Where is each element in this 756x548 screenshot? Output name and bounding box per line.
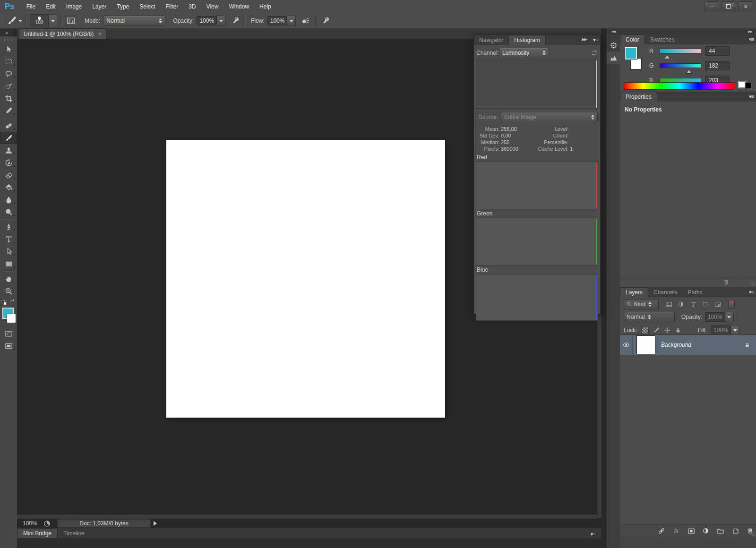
background-color-swatch[interactable] (630, 58, 642, 69)
airbrush-toggle-button[interactable] (300, 15, 312, 26)
panel-menu-icon[interactable]: ▾≡ (749, 94, 754, 100)
filtering-toggle-switch[interactable] (729, 300, 735, 308)
red-slider[interactable] (660, 49, 701, 53)
menu-3d[interactable]: 3D (183, 0, 201, 13)
filter-shape-layers-button[interactable] (700, 300, 711, 309)
menu-edit[interactable]: Edit (41, 0, 61, 13)
close-button[interactable]: × (738, 1, 753, 11)
lock-image-pixels-icon[interactable] (653, 327, 660, 334)
quick-mask-button[interactable] (0, 327, 17, 340)
tablet-pressure-size-button[interactable] (319, 15, 332, 26)
menu-image[interactable]: Image (61, 0, 87, 13)
opacity-caret[interactable] (217, 16, 225, 26)
flow-control[interactable]: 100% (267, 16, 296, 26)
opacity-control[interactable]: 100% (197, 16, 225, 26)
tool-rectangle-shape[interactable] (0, 257, 17, 270)
green-value-field[interactable]: 182 (705, 61, 730, 70)
layer-filter-dropdown[interactable]: Kind (624, 299, 659, 309)
restore-button[interactable] (721, 1, 736, 11)
layer-opacity-value[interactable]: 100% (705, 312, 725, 322)
fill-caret[interactable] (731, 325, 739, 335)
tool-clone-stamp[interactable] (0, 144, 17, 156)
layer-visibility-toggle[interactable] (620, 341, 632, 349)
blend-mode-dropdown[interactable]: Normal (103, 16, 165, 26)
horizontal-scrollbar[interactable] (17, 514, 597, 519)
foreground-color-swatch[interactable] (625, 47, 637, 60)
layer-thumbnail[interactable] (636, 335, 655, 354)
tool-healing-brush[interactable] (0, 120, 17, 132)
screen-mode-button[interactable] (0, 340, 17, 352)
tab-mini-bridge[interactable]: Mini Bridge (17, 528, 58, 539)
tab-properties[interactable]: Properties (620, 92, 657, 102)
tool-zoom[interactable] (0, 285, 17, 297)
red-slider-handle[interactable] (665, 53, 670, 59)
panel-menu-icon[interactable]: ▾≡ (593, 37, 598, 43)
background-color-swatch[interactable] (7, 314, 16, 323)
tablet-pressure-opacity-button[interactable] (229, 15, 241, 26)
status-pie-icon[interactable] (43, 520, 51, 527)
collapse-dock-chevron[interactable]: ▶▶ (620, 28, 756, 34)
navigator-panel-icon-button[interactable] (607, 39, 620, 51)
toggle-brush-panel-button[interactable] (65, 15, 77, 26)
panel-resize-grip[interactable] (750, 281, 755, 286)
lock-all-icon[interactable] (675, 327, 681, 334)
tab-navigator[interactable]: Navigator (474, 35, 508, 45)
menu-view[interactable]: View (201, 0, 224, 13)
menu-help[interactable]: Help (254, 0, 276, 13)
green-slider-handle[interactable] (687, 68, 691, 73)
menu-window[interactable]: Window (223, 0, 254, 13)
green-slider[interactable] (660, 63, 701, 68)
tab-color[interactable]: Color (620, 34, 645, 44)
collapse-panel-icon[interactable]: ▶▶ (582, 37, 587, 42)
brush-size-caret[interactable] (49, 14, 57, 27)
status-options-arrow-icon[interactable] (154, 521, 159, 526)
filter-pixel-layers-button[interactable] (663, 300, 674, 309)
tool-lasso[interactable] (0, 68, 17, 80)
tab-channels[interactable]: Channels (648, 288, 683, 297)
layer-fill-control[interactable]: 100% (711, 325, 739, 335)
menu-type[interactable]: Type (112, 0, 134, 13)
new-group-button[interactable] (715, 526, 726, 536)
tool-path-selection[interactable] (0, 245, 17, 257)
delete-icon[interactable] (723, 279, 730, 285)
document-tab[interactable]: Untitled-1 @ 100% (RGB/8) × (19, 28, 106, 39)
tool-type[interactable] (0, 233, 17, 245)
channel-dropdown[interactable]: Luminosity (499, 48, 549, 58)
tool-preset-picker[interactable] (7, 16, 22, 26)
filter-adjustment-layers-button[interactable] (676, 300, 686, 309)
tab-overflow-chevron[interactable]: » (0, 28, 13, 36)
default-colors-icon[interactable] (1, 300, 7, 306)
options-bar-grip[interactable] (1, 15, 3, 27)
layer-name[interactable]: Background (661, 342, 691, 348)
uncached-refresh-icon[interactable] (591, 50, 598, 56)
panel-menu-icon[interactable]: ▾≡ (749, 36, 754, 43)
histogram-panel-icon-button[interactable] (607, 51, 620, 64)
layer-opacity-control[interactable]: 100% (705, 312, 734, 322)
tool-pen[interactable] (0, 221, 17, 233)
panel-menu-icon[interactable]: ▾≡ (749, 289, 754, 295)
tool-marquee[interactable] (0, 55, 17, 68)
tool-brush[interactable] (0, 132, 17, 144)
tab-layers[interactable]: Layers (620, 287, 648, 297)
tab-histogram[interactable]: Histogram (508, 35, 546, 45)
tool-crop[interactable] (0, 92, 17, 104)
menu-file[interactable]: File (21, 0, 41, 13)
opacity-caret[interactable] (725, 312, 734, 322)
tool-blur[interactable] (0, 193, 17, 206)
red-value-field[interactable]: 44 (705, 46, 730, 56)
tab-paths[interactable]: Paths (683, 288, 708, 297)
window-resize-grip[interactable] (750, 531, 755, 536)
layer-row-background[interactable]: Background (620, 335, 756, 355)
tool-dodge[interactable] (0, 206, 17, 218)
filter-type-layers-button[interactable] (688, 300, 698, 309)
filter-smart-objects-button[interactable] (713, 300, 723, 309)
canvas[interactable] (166, 140, 445, 418)
tool-eyedropper[interactable] (0, 104, 17, 117)
new-layer-button[interactable] (730, 526, 741, 536)
flow-caret[interactable] (287, 16, 296, 26)
menu-filter[interactable]: Filter (161, 0, 184, 13)
document-size-status[interactable]: Doc: 1,03M/0 bytes (57, 519, 151, 528)
flow-value[interactable]: 100% (267, 16, 288, 26)
layer-fill-value[interactable]: 100% (711, 325, 731, 335)
tool-quick-selection[interactable] (0, 80, 17, 92)
